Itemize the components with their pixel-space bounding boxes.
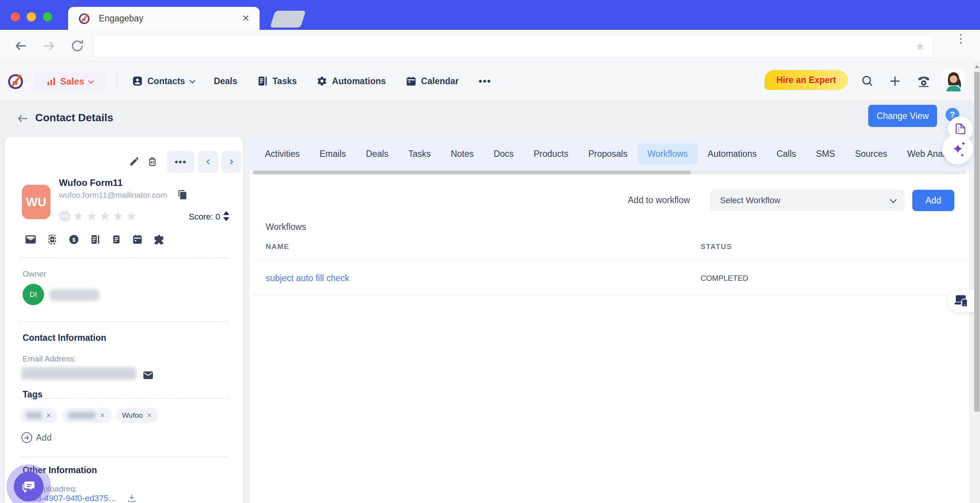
appointment-calendar-icon[interactable] bbox=[132, 234, 143, 245]
tag-pill-wufoo[interactable]: Wufoo ✕ bbox=[116, 408, 158, 423]
tab-tasks[interactable]: Tasks bbox=[399, 143, 441, 164]
window-close-button[interactable] bbox=[11, 12, 20, 21]
bookmark-star-icon[interactable]: ★ bbox=[915, 39, 925, 53]
send-email-icon[interactable] bbox=[24, 233, 37, 246]
nav-more-icon[interactable]: ••• bbox=[479, 75, 491, 87]
copy-email-icon[interactable] bbox=[178, 190, 188, 200]
ai-assistant-button[interactable]: ✦ ✦ ✦ bbox=[942, 134, 973, 164]
tab-proposals[interactable]: Proposals bbox=[578, 143, 637, 164]
task-icon[interactable] bbox=[90, 234, 101, 245]
table-divider bbox=[253, 260, 966, 260]
browser-menu-icon[interactable]: ⋮ bbox=[955, 35, 963, 42]
divider bbox=[20, 321, 229, 322]
score-stepper[interactable] bbox=[223, 211, 229, 221]
page-header: Contact Details Change View ? bbox=[0, 100, 980, 137]
star-icon[interactable]: ★ bbox=[99, 210, 110, 222]
add-tag-button[interactable]: Add bbox=[21, 432, 52, 443]
tab-docs[interactable]: Docs bbox=[483, 143, 523, 164]
tab-activities[interactable]: Activities bbox=[255, 143, 310, 164]
phone-icon[interactable] bbox=[916, 74, 931, 89]
sms-add-icon[interactable] bbox=[47, 234, 58, 245]
remove-tag-icon[interactable]: ✕ bbox=[147, 412, 152, 420]
score-up-icon[interactable] bbox=[223, 211, 229, 215]
workflows-section-title: Workflows bbox=[266, 222, 306, 232]
detail-tabs: Activities Emails Deals Tasks Notes Docs… bbox=[250, 137, 969, 171]
ticket-icon[interactable] bbox=[153, 234, 165, 245]
address-bar[interactable]: ★ bbox=[93, 34, 933, 57]
owner-avatar: DI bbox=[23, 284, 44, 305]
delete-trash-icon[interactable] bbox=[147, 156, 158, 167]
star-icon[interactable]: ★ bbox=[86, 210, 97, 222]
next-contact-button[interactable] bbox=[221, 151, 241, 173]
main-nav: Contacts Deals Tasks Automations bbox=[132, 62, 492, 100]
engagebay-logo-icon[interactable] bbox=[7, 72, 25, 90]
window-zoom-button[interactable] bbox=[43, 12, 52, 21]
tab-automations[interactable]: Automations bbox=[698, 143, 767, 164]
tab-close-icon[interactable]: ✕ bbox=[242, 13, 250, 24]
add-workflow-button[interactable]: Add bbox=[912, 190, 954, 211]
bar-chart-icon bbox=[46, 77, 56, 86]
prev-contact-button[interactable] bbox=[198, 151, 218, 173]
star-icon[interactable]: ★ bbox=[126, 210, 137, 222]
devices-icon bbox=[954, 294, 969, 308]
nav-item-contacts[interactable]: Contacts bbox=[132, 76, 194, 86]
chevron-down-icon bbox=[88, 78, 94, 84]
contact-detail-panel: Activities Emails Deals Tasks Notes Docs… bbox=[250, 137, 969, 503]
tab-calls[interactable]: Calls bbox=[766, 143, 806, 164]
edit-pencil-icon[interactable] bbox=[129, 156, 140, 167]
tab-products[interactable]: Products bbox=[524, 143, 578, 164]
tab-sources[interactable]: Sources bbox=[845, 143, 897, 164]
search-icon[interactable] bbox=[861, 74, 874, 88]
note-icon[interactable] bbox=[111, 234, 122, 245]
add-new-icon[interactable] bbox=[888, 74, 902, 88]
quick-actions: $ bbox=[24, 233, 165, 246]
nav-item-deals[interactable]: Deals bbox=[214, 76, 237, 86]
browser-back-icon[interactable] bbox=[13, 38, 28, 54]
nav-item-tasks[interactable]: Tasks bbox=[257, 76, 297, 86]
contact-actions: ••• bbox=[5, 151, 243, 174]
remove-tag-icon[interactable]: ✕ bbox=[100, 412, 105, 420]
hire-an-expert-button[interactable]: Hire an Expert bbox=[764, 70, 848, 90]
tab-emails[interactable]: Emails bbox=[310, 143, 356, 164]
tab-notes[interactable]: Notes bbox=[441, 143, 483, 164]
score-down-icon[interactable] bbox=[223, 217, 229, 221]
engagebay-favicon-icon bbox=[78, 12, 91, 25]
tag-pill-redacted[interactable]: ✕ bbox=[62, 408, 111, 423]
page-scrollbar-thumb[interactable] bbox=[974, 72, 980, 412]
browser-tab[interactable]: Engagebay ✕ bbox=[68, 7, 260, 30]
tab-deals[interactable]: Deals bbox=[356, 143, 399, 164]
browser-tab-title: Engagebay bbox=[99, 13, 242, 24]
session-devices-button[interactable] bbox=[948, 289, 975, 312]
tab-sms[interactable]: SMS bbox=[806, 143, 845, 164]
product-switcher-sales[interactable]: Sales bbox=[33, 71, 106, 92]
divider bbox=[20, 257, 229, 258]
change-view-button[interactable]: Change View bbox=[868, 105, 937, 127]
tag-list: ✕ ✕ Wufoo ✕ bbox=[20, 408, 158, 423]
scroll-up-icon[interactable] bbox=[975, 65, 979, 68]
tag-pill-redacted[interactable]: ✕ bbox=[20, 408, 57, 423]
remove-tag-icon[interactable]: ✕ bbox=[46, 412, 51, 420]
tabs-scrollbar bbox=[253, 171, 966, 174]
star-icon[interactable]: ★ bbox=[73, 210, 84, 222]
nav-item-calendar[interactable]: Calendar bbox=[406, 76, 459, 86]
table-divider bbox=[253, 295, 966, 295]
divider bbox=[20, 457, 229, 457]
background-tab[interactable] bbox=[270, 11, 306, 28]
send-email-small-icon[interactable] bbox=[142, 370, 154, 381]
window-minimize-button[interactable] bbox=[27, 12, 36, 21]
browser-forward-icon[interactable] bbox=[41, 38, 57, 54]
nav-item-automations[interactable]: Automations bbox=[317, 76, 386, 86]
contact-information-heading: Contact Information bbox=[23, 333, 106, 343]
select-workflow-dropdown[interactable]: Select Workflow bbox=[710, 190, 905, 211]
tab-workflows[interactable]: Workflows bbox=[637, 143, 698, 164]
workflow-name-link[interactable]: subject auto fill check bbox=[266, 273, 350, 283]
page-back-icon[interactable] bbox=[15, 112, 30, 125]
clear-rating-icon[interactable] bbox=[59, 210, 70, 222]
more-actions-button[interactable]: ••• bbox=[167, 151, 194, 173]
star-icon[interactable]: ★ bbox=[113, 210, 124, 222]
deal-dollar-icon[interactable]: $ bbox=[68, 234, 80, 245]
download-icon[interactable] bbox=[126, 493, 137, 503]
tabs-scrollbar-thumb[interactable] bbox=[253, 171, 691, 174]
browser-reload-icon[interactable] bbox=[70, 38, 85, 54]
user-avatar[interactable] bbox=[942, 69, 965, 91]
